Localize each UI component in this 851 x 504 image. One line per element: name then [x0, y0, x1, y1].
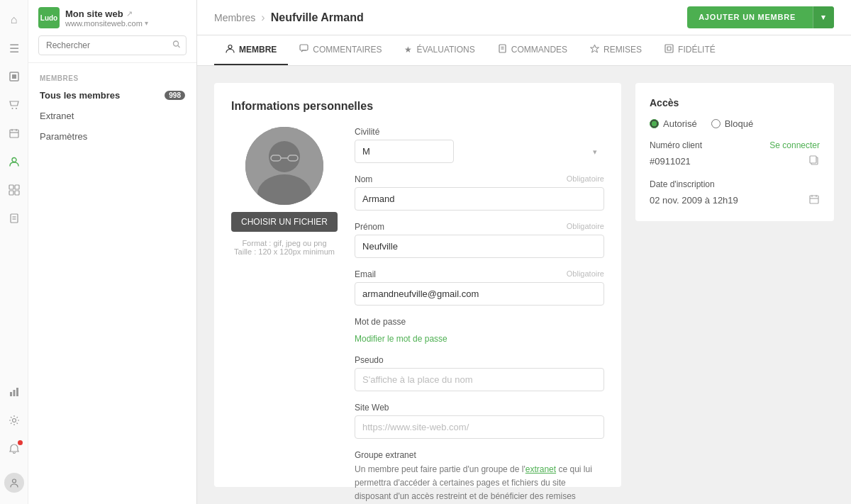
events-icon[interactable] [1, 121, 27, 146]
prenom-label: Prénom [355, 222, 384, 232]
svg-rect-4 [10, 130, 18, 138]
svg-rect-24 [300, 45, 308, 50]
access-card: Accès Autorisé Bloqué [635, 83, 834, 221]
modify-password-link[interactable]: Modifier le mot de passe [355, 334, 604, 344]
svg-point-2 [11, 108, 13, 109]
form-panel: Informations personnelles [214, 83, 621, 487]
svg-marker-28 [591, 45, 599, 52]
orders-icon[interactable] [1, 206, 27, 231]
avatar-format-hint: Format : gif, jpeg ou png Taille : 120 x… [234, 239, 335, 256]
main-content: Membres › Neufville Armand AJOUTER UN ME… [197, 0, 851, 504]
tab-commandes-label: COMMANDES [511, 45, 567, 55]
tab-fidelite-label: FIDÉLITÉ [678, 45, 716, 55]
svg-point-23 [228, 45, 232, 49]
avatar-format-text: Format : gif, jpeg ou png [234, 239, 335, 247]
radio-autorise-text: Autorisé [663, 118, 697, 129]
choose-file-button[interactable]: CHOISIR UN FICHIER [231, 212, 338, 232]
pseudo-label: Pseudo [355, 355, 604, 365]
client-number-section: Numéro client Se connecter #0911021 [650, 140, 820, 168]
pseudo-input[interactable] [355, 368, 604, 391]
groups-icon[interactable] [1, 177, 27, 203]
sidebar-nav: MEMBRES Tous les membres 998 Extranet Pa… [28, 63, 196, 504]
svg-rect-10 [15, 185, 19, 189]
nom-label-row: Nom Obligatoire [355, 174, 604, 184]
nom-label: Nom [355, 174, 372, 184]
site-name-link[interactable]: Mon site web ↗ [65, 9, 148, 19]
breadcrumb-parent[interactable]: Membres [214, 12, 255, 23]
reports-icon[interactable] [1, 379, 27, 405]
password-label: Mot de passe [355, 317, 604, 327]
site-web-input[interactable] [355, 415, 604, 439]
tab-commentaires-icon [299, 44, 308, 55]
site-web-group: Site Web [355, 403, 604, 439]
member-avatar [245, 127, 323, 205]
sidebar-item-parametres[interactable]: Paramètres [28, 126, 196, 147]
all-members-label: Tous les membres [40, 90, 120, 101]
svg-rect-1 [12, 74, 16, 79]
radio-bloque-text: Bloqué [725, 118, 753, 129]
tab-remises[interactable]: REMISES [579, 35, 653, 65]
nom-input[interactable] [355, 187, 604, 211]
calendar-icon[interactable] [808, 194, 820, 207]
access-radio-group: Autorisé Bloqué [650, 118, 820, 129]
media-icon[interactable] [1, 64, 27, 89]
breadcrumb: Membres › Neufville Armand [214, 11, 364, 24]
sidebar-item-tous-membres[interactable]: Tous les membres 998 [28, 85, 196, 106]
civilite-select[interactable]: M Mme Dr [355, 140, 454, 163]
content-area: Informations personnelles [197, 66, 851, 504]
tab-membre-label: MEMBRE [239, 45, 277, 55]
radio-autorise[interactable] [650, 119, 659, 128]
date-inscription-label: Date d'inscription [650, 179, 820, 189]
tab-commentaires[interactable]: COMMENTAIRES [288, 35, 393, 65]
groupe-extranet-desc: Un membre peut faire partie d'un groupe … [355, 463, 604, 504]
se-connecter-link[interactable]: Se connecter [769, 140, 820, 150]
sidebar-item-extranet[interactable]: Extranet [28, 106, 196, 126]
client-number-value-row: #0911021 [650, 155, 820, 168]
icon-strip: ⌂ ☰ [0, 0, 28, 504]
members-icon[interactable] [1, 149, 27, 174]
svg-point-21 [174, 41, 179, 46]
radio-autorise-label[interactable]: Autorisé [650, 118, 697, 129]
site-info: Ludo Mon site web ↗ www.monsiteweb.com ▾ [38, 7, 187, 28]
date-inscription-value: 02 nov. 2009 à 12h19 [650, 195, 738, 206]
tab-evaluations-label: ÉVALUATIONS [416, 45, 474, 55]
svg-rect-29 [665, 45, 673, 52]
svg-rect-38 [810, 156, 816, 163]
user-avatar[interactable] [4, 473, 24, 493]
svg-rect-39 [810, 196, 818, 203]
svg-rect-18 [16, 388, 18, 396]
search-input[interactable] [38, 35, 187, 55]
civilite-select-wrapper: M Mme Dr ▾ [355, 140, 604, 163]
svg-rect-11 [9, 191, 13, 195]
shop-icon[interactable] [1, 92, 27, 118]
sidebar-item-left-params: Paramètres [40, 131, 87, 142]
prenom-required: Obligatoire [567, 222, 604, 232]
members-badge: 998 [165, 91, 185, 100]
sidebar-item-left: Tous les membres [40, 90, 120, 101]
settings-icon[interactable] [1, 408, 27, 433]
prenom-input[interactable] [355, 235, 604, 258]
tab-commandes[interactable]: COMMANDES [486, 35, 579, 65]
radio-bloque[interactable] [711, 119, 721, 128]
tab-commentaires-label: COMMENTAIRES [313, 45, 382, 55]
site-info-section: Ludo Mon site web ↗ www.monsiteweb.com ▾ [28, 0, 196, 63]
tab-evaluations[interactable]: ★ ÉVALUATIONS [393, 35, 486, 65]
pages-icon[interactable]: ☰ [1, 35, 27, 61]
extranet-link[interactable]: extranet [525, 464, 556, 474]
tab-membre-icon [226, 44, 235, 55]
registration-date-section: Date d'inscription 02 nov. 2009 à 12h19 [650, 179, 820, 207]
sidebar-item-left-extranet: Extranet [40, 111, 74, 121]
extranet-label: Extranet [40, 111, 74, 121]
tab-fidelite[interactable]: FIDÉLITÉ [653, 35, 727, 65]
site-url[interactable]: www.monsiteweb.com ▾ [65, 19, 148, 28]
select-arrow-icon: ▾ [593, 147, 597, 156]
copy-icon[interactable] [808, 155, 820, 168]
notifications-icon[interactable] [1, 436, 27, 461]
radio-bloque-label[interactable]: Bloqué [711, 118, 753, 129]
add-member-button[interactable]: AJOUTER UN MEMBRE ▾ [687, 6, 834, 28]
sidebar-section-label: MEMBRES [28, 70, 196, 85]
groupe-extranet-label: Groupe extranet [355, 450, 604, 460]
tab-membre[interactable]: MEMBRE [214, 35, 288, 65]
email-input[interactable] [355, 282, 604, 306]
home-icon[interactable]: ⌂ [1, 7, 27, 33]
